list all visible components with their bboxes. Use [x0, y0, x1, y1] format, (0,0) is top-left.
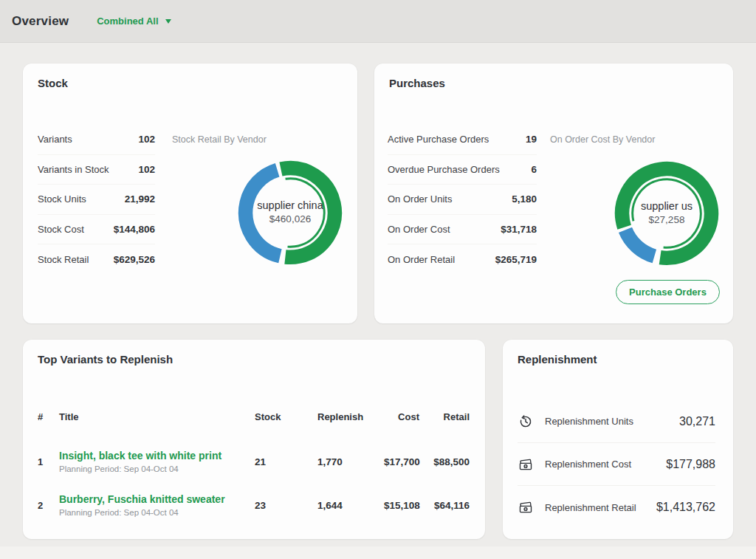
store-filter-dropdown[interactable]: Combined All: [95, 13, 172, 30]
purchase-orders-button[interactable]: Purchase Orders: [616, 280, 720, 304]
purchases-donut-segment-green[interactable]: [613, 160, 721, 267]
chevron-down-icon: [165, 19, 171, 24]
stock-card-title: Stock: [38, 77, 68, 89]
planning-period: Planning Period: Sep 04-Oct 04: [59, 464, 255, 475]
replenishment-title: Replenishment: [518, 353, 597, 366]
column-header-replenish: Replenish: [317, 411, 384, 422]
column-header-retail: Retail: [419, 411, 470, 422]
stat-value: 5,180: [512, 193, 537, 205]
replenishment-row-value: 30,271: [679, 415, 715, 428]
stat-label: Overdue Purchase Orders: [388, 164, 500, 175]
purchases-donut-chart: supplier us $27,258: [613, 160, 721, 267]
cash-icon: [518, 456, 534, 473]
cash-icon: [518, 499, 534, 515]
stat-row-on-order-retail: On Order Retail $265,719: [388, 244, 537, 275]
stock-donut-svg: [236, 159, 344, 267]
replenishment-row-label: Replenishment Cost: [545, 459, 631, 470]
stat-label: On Order Retail: [388, 254, 455, 265]
replenishment-row-value: $1,413,762: [656, 501, 715, 514]
top-variants-title: Top Variants to Replenish: [38, 353, 173, 366]
history-icon: [518, 414, 534, 430]
stat-value: $31,718: [501, 224, 537, 235]
stock-chart-caption: Stock Retail By Vendor: [172, 134, 267, 145]
replenishment-row-label: Replenishment Units: [545, 416, 633, 427]
stat-label: Stock Cost: [38, 224, 84, 235]
replenishment-retail-row: Replenishment Retail $1,413,762: [518, 486, 715, 529]
stat-label: Stock Retail: [38, 254, 89, 265]
variant-title-cell: Burberry, Fuschia knitted sweater Planni…: [59, 493, 255, 518]
top-variants-card: Top Variants to Replenish # Title Stock …: [23, 340, 485, 539]
replenishment-cost-row: Replenishment Cost $177,988: [518, 443, 715, 486]
stat-row-stock-retail: Stock Retail $629,526: [38, 244, 155, 275]
column-header-stock: Stock: [255, 411, 317, 422]
variant-rank: 1: [38, 456, 59, 467]
stat-row-stock-cost: Stock Cost $144,806: [38, 215, 155, 245]
page-title: Overview: [12, 14, 69, 29]
variant-cost: $15,108: [384, 500, 419, 511]
variant-cost: $17,700: [384, 456, 419, 467]
stat-row-on-order-cost: On Order Cost $31,718: [388, 215, 537, 245]
variant-rank: 2: [38, 500, 59, 511]
variant-row-2: 2 Burberry, Fuschia knitted sweater Plan…: [38, 484, 470, 527]
purchases-chart-caption: On Order Cost By Vendor: [550, 134, 655, 145]
stock-card: Stock Variants 102 Variants in Stock 102…: [23, 64, 357, 323]
purchases-card: Purchases Active Purchase Orders 19 Over…: [374, 64, 733, 323]
stat-value: 102: [138, 134, 155, 145]
replenishment-list: Replenishment Units 30,271 Replenishment…: [518, 400, 715, 529]
replenishment-row-value: $177,988: [666, 458, 715, 471]
top-bar: Overview Combined All: [0, 0, 756, 43]
bottom-strip: [0, 546, 756, 559]
stat-row-variants: Variants 102: [38, 125, 155, 155]
stat-label: On Order Units: [388, 193, 452, 205]
column-header-title: Title: [59, 411, 255, 422]
replenishment-row-label: Replenishment Retail: [545, 502, 636, 513]
stat-row-variants-in-stock: Variants in Stock 102: [38, 155, 155, 185]
stat-label: Stock Units: [38, 193, 86, 205]
stat-row-on-order-units: On Order Units 5,180: [388, 185, 537, 215]
stat-value: 21,992: [125, 193, 155, 205]
variant-stock: 23: [255, 500, 317, 511]
store-filter-label: Combined All: [97, 16, 158, 27]
stat-label: Active Purchase Orders: [388, 134, 489, 145]
stat-label: On Order Cost: [388, 224, 450, 235]
variant-replenish: 1,644: [317, 500, 384, 511]
stat-label: Variants: [38, 134, 72, 145]
variant-title-cell: Insight, black tee with white print Plan…: [59, 450, 255, 475]
variant-row-1: 1 Insight, black tee with white print Pl…: [38, 440, 470, 484]
variant-stock: 21: [255, 456, 317, 467]
table-header-row: # Title Stock Replenish Cost Retail: [38, 411, 470, 422]
planning-period: Planning Period: Sep 04-Oct 04: [59, 508, 255, 518]
stat-row-stock-units: Stock Units 21,992: [38, 185, 155, 215]
stat-value: $629,526: [114, 254, 155, 265]
table-body: 1 Insight, black tee with white print Pl…: [38, 440, 470, 527]
stock-stats-list: Variants 102 Variants in Stock 102 Stock…: [38, 125, 155, 275]
stat-row-overdue-purchase-orders: Overdue Purchase Orders 6: [388, 155, 537, 185]
purchases-card-title: Purchases: [389, 77, 445, 89]
stock-donut-segment-green[interactable]: [237, 160, 343, 265]
stat-value: 19: [526, 134, 537, 145]
variant-replenish: 1,770: [317, 456, 384, 467]
purchases-donut-svg: [613, 160, 721, 267]
stat-row-active-purchase-orders: Active Purchase Orders 19: [388, 125, 537, 155]
stat-label: Variants in Stock: [38, 164, 109, 175]
column-header-cost: Cost: [384, 411, 419, 422]
stock-donut-chart: supplier china $460,026: [236, 159, 344, 267]
replenishment-card: Replenishment Replenishment Units 30,271…: [503, 340, 733, 539]
variant-retail: $64,116: [419, 500, 470, 511]
purchases-stats-list: Active Purchase Orders 19 Overdue Purcha…: [388, 125, 537, 275]
stat-value: $144,806: [114, 224, 155, 235]
variant-retail: $88,500: [419, 456, 470, 467]
column-header-rank: #: [38, 411, 59, 422]
replenishment-units-row: Replenishment Units 30,271: [518, 400, 715, 443]
stat-value: 102: [138, 164, 155, 175]
stat-value: 6: [531, 164, 537, 175]
variant-title-link[interactable]: Insight, black tee with white print: [59, 450, 255, 462]
stat-value: $265,719: [495, 254, 537, 265]
variant-title-link[interactable]: Burberry, Fuschia knitted sweater: [59, 493, 255, 506]
